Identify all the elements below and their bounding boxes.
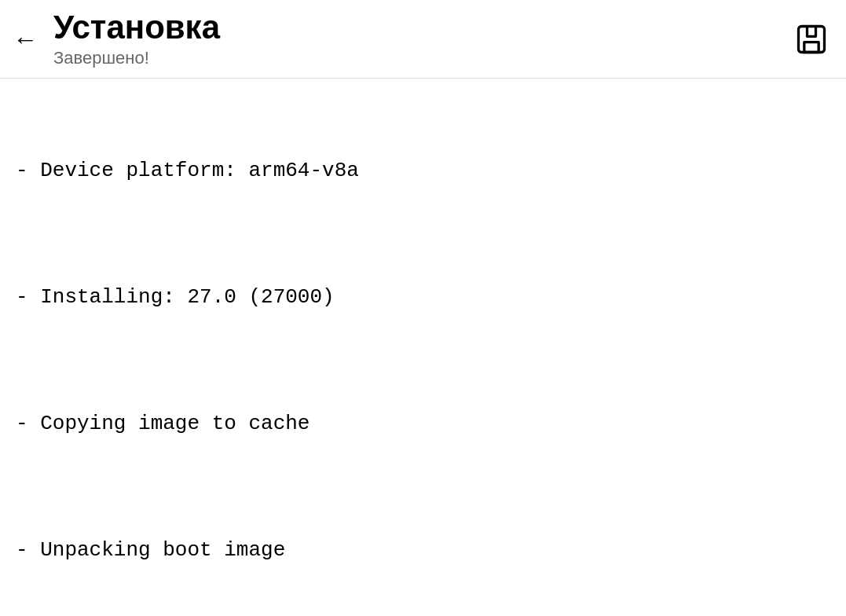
back-arrow-icon: ←: [13, 27, 38, 52]
save-button[interactable]: [789, 17, 833, 61]
log-line: - Copying image to cache: [16, 408, 830, 439]
svg-rect-1: [804, 42, 819, 52]
page-subtitle: Завершено!: [53, 48, 220, 68]
header-titles: Установка Завершено!: [53, 9, 220, 68]
save-icon: [794, 22, 829, 57]
log-output: - Device platform: arm64-v8a - Installin…: [16, 91, 830, 616]
log-line: - Unpacking boot image: [16, 534, 830, 566]
log-line: - Device platform: arm64-v8a: [16, 155, 830, 186]
header-left: ← Установка Завершено!: [6, 9, 220, 68]
svg-rect-0: [799, 26, 825, 52]
app-header: ← Установка Завершено!: [0, 0, 846, 79]
log-line: - Installing: 27.0 (27000): [16, 281, 830, 313]
back-button[interactable]: ←: [6, 20, 44, 58]
page-title: Установка: [53, 9, 220, 46]
log-container: - Device platform: arm64-v8a - Installin…: [0, 79, 846, 616]
